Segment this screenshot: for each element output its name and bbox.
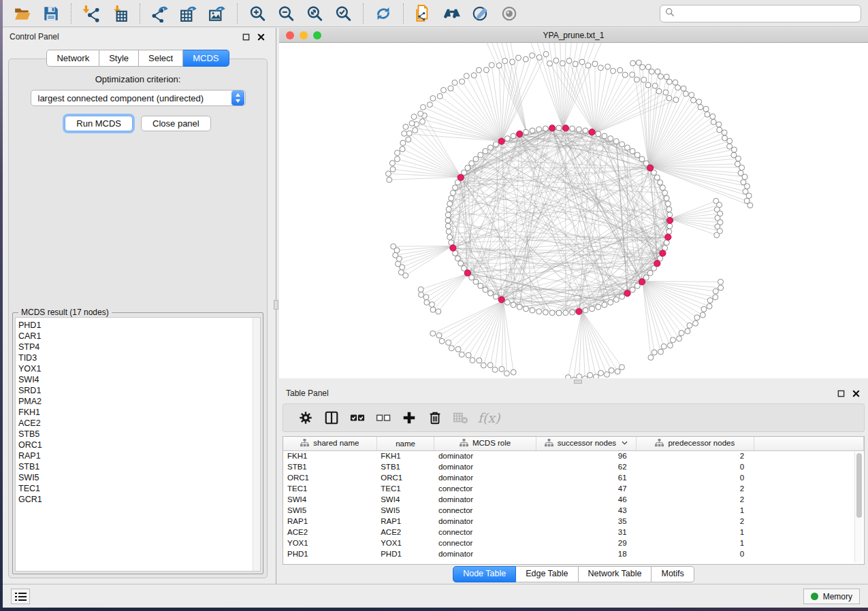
- table-cell[interactable]: STB1: [376, 461, 434, 472]
- mcds-node[interactable]: [549, 125, 556, 131]
- network-node[interactable]: [449, 240, 454, 246]
- leaf-node[interactable]: [658, 349, 663, 354]
- network-node[interactable]: [570, 126, 575, 131]
- leaf-node[interactable]: [703, 106, 709, 112]
- leaf-node[interactable]: [617, 67, 623, 73]
- network-node[interactable]: [493, 294, 498, 299]
- mcds-node[interactable]: [457, 174, 464, 180]
- leaf-node[interactable]: [573, 61, 578, 67]
- table-cell[interactable]: PHD1: [283, 548, 376, 559]
- zoom-in-icon[interactable]: [245, 3, 270, 24]
- leaf-node[interactable]: [693, 320, 698, 326]
- network-node[interactable]: [473, 156, 479, 162]
- network-node[interactable]: [447, 235, 453, 240]
- network-node[interactable]: [447, 201, 453, 206]
- leaf-node[interactable]: [598, 370, 604, 376]
- table-cell[interactable]: YOX1: [376, 538, 434, 548]
- columns-icon[interactable]: [321, 407, 342, 429]
- mcds-node[interactable]: [666, 217, 673, 223]
- leaf-node[interactable]: [700, 312, 705, 318]
- table-cell[interactable]: 46: [536, 494, 636, 505]
- network-node[interactable]: [469, 161, 475, 166]
- network-window-titlebar[interactable]: YPA_prune.txt_1: [279, 28, 868, 43]
- float-panel-icon[interactable]: [835, 388, 846, 399]
- table-cell[interactable]: RAP1: [283, 516, 376, 527]
- leaf-node[interactable]: [413, 128, 418, 133]
- network-node[interactable]: [536, 127, 542, 132]
- tab-node-table[interactable]: Node Table: [453, 566, 516, 582]
- table-row[interactable]: RAP1RAP1dominator352: [283, 516, 864, 527]
- table-cell[interactable]: 35: [536, 516, 636, 527]
- select-all-checkboxes-icon[interactable]: [347, 407, 368, 429]
- leaf-node[interactable]: [496, 63, 502, 68]
- export-table-icon[interactable]: [176, 3, 201, 24]
- close-panel-icon[interactable]: [850, 388, 861, 399]
- leaf-node[interactable]: [430, 95, 436, 101]
- leaf-node[interactable]: [611, 68, 616, 73]
- leaf-node[interactable]: [645, 64, 651, 69]
- network-node[interactable]: [563, 310, 568, 316]
- leaf-node[interactable]: [440, 87, 446, 93]
- add-column-icon[interactable]: [398, 407, 420, 429]
- leaf-node[interactable]: [499, 366, 504, 371]
- table-cell[interactable]: dominator: [434, 472, 536, 483]
- leaf-node[interactable]: [471, 73, 477, 78]
- leaf-node[interactable]: [446, 340, 451, 346]
- tab-mcds[interactable]: MCDS: [183, 50, 229, 67]
- mcds-result-list[interactable]: PHD1CAR1STP4TID3YOX1SWI4SRD1PMA2FKH1ACE2…: [15, 317, 261, 572]
- network-node[interactable]: [455, 256, 460, 261]
- network-node[interactable]: [647, 270, 653, 276]
- leaf-node[interactable]: [641, 77, 647, 82]
- table-cell[interactable]: [754, 450, 863, 461]
- table-cell[interactable]: 0: [637, 472, 754, 483]
- network-node[interactable]: [549, 310, 555, 316]
- export-network-icon[interactable]: [148, 3, 172, 24]
- table-cell[interactable]: 62: [536, 461, 636, 472]
- import-table-icon[interactable]: [108, 3, 132, 24]
- leaf-node[interactable]: [713, 295, 718, 300]
- network-node[interactable]: [639, 156, 645, 162]
- mcds-result-item[interactable]: PMA2: [18, 396, 260, 407]
- hide-style-icon[interactable]: [468, 3, 493, 24]
- leaf-node[interactable]: [409, 120, 415, 126]
- leaf-node[interactable]: [452, 80, 457, 85]
- mcds-node[interactable]: [498, 138, 504, 144]
- table-cell[interactable]: ACE2: [376, 527, 434, 538]
- leaf-node[interactable]: [466, 352, 471, 358]
- save-session-icon[interactable]: [39, 3, 63, 24]
- leaf-node[interactable]: [481, 363, 486, 368]
- network-node[interactable]: [613, 139, 619, 144]
- leaf-node[interactable]: [707, 303, 712, 309]
- network-node[interactable]: [453, 185, 458, 191]
- leaf-node[interactable]: [436, 309, 441, 314]
- leaf-node[interactable]: [634, 77, 639, 82]
- network-node[interactable]: [664, 240, 669, 246]
- gear-icon[interactable]: [295, 407, 317, 429]
- leaf-node[interactable]: [630, 72, 635, 78]
- leaf-node[interactable]: [690, 97, 696, 103]
- network-node[interactable]: [596, 304, 601, 310]
- leaf-node[interactable]: [630, 61, 636, 66]
- network-node[interactable]: [556, 310, 562, 316]
- network-node[interactable]: [487, 145, 493, 150]
- mcds-result-item[interactable]: ACE2: [18, 418, 260, 429]
- network-node[interactable]: [478, 152, 483, 158]
- leaf-node[interactable]: [391, 244, 396, 249]
- leaf-node[interactable]: [430, 307, 436, 312]
- mcds-node[interactable]: [562, 125, 568, 131]
- network-node[interactable]: [478, 283, 483, 288]
- mcds-node[interactable]: [665, 234, 671, 240]
- leaf-node[interactable]: [566, 58, 572, 63]
- table-cell[interactable]: 96: [536, 450, 636, 461]
- leaf-node[interactable]: [652, 83, 658, 88]
- table-cell[interactable]: [754, 472, 863, 483]
- network-node[interactable]: [654, 175, 660, 180]
- leaf-node[interactable]: [661, 344, 666, 349]
- network-node[interactable]: [536, 309, 542, 314]
- table-cell[interactable]: connector: [434, 527, 536, 538]
- run-mcds-button[interactable]: Run MCDS: [65, 116, 133, 131]
- leaf-node[interactable]: [705, 112, 710, 117]
- table-cell[interactable]: ACE2: [283, 527, 376, 538]
- table-cell[interactable]: SWI5: [376, 505, 434, 516]
- network-node[interactable]: [583, 128, 588, 133]
